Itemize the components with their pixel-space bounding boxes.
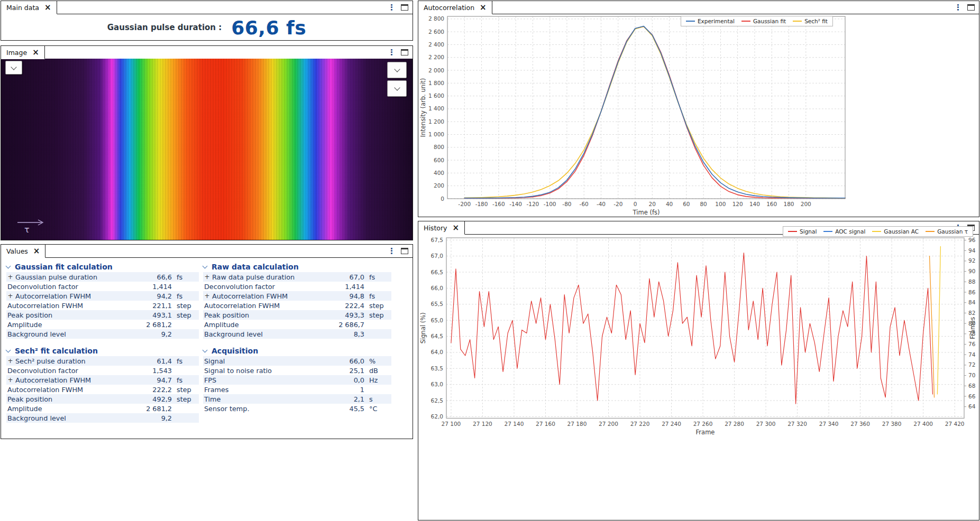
tab-values[interactable]: Values × xyxy=(1,245,45,258)
value-row: Background level9,2 xyxy=(6,329,199,339)
svg-text:70: 70 xyxy=(968,372,975,378)
dropdown-button-right-1[interactable] xyxy=(387,62,407,78)
autocorrelation-legend: ExperimentalGaussian fitSech² fit xyxy=(681,16,833,26)
history-chart[interactable]: 27 10027 12027 14027 16027 18027 20027 2… xyxy=(418,234,978,519)
window-restore-icon[interactable] xyxy=(401,248,408,254)
dropdown-button-right-2[interactable] xyxy=(387,80,407,97)
legend-item[interactable]: AOC signal xyxy=(823,228,865,235)
row-label: Peak position xyxy=(6,395,132,403)
window-restore-icon[interactable] xyxy=(967,4,975,11)
legend-label: Gaussian AC xyxy=(884,228,919,235)
expand-plus-icon[interactable]: + xyxy=(203,273,211,281)
row-label: Autocorrelation FWHM xyxy=(14,376,132,384)
legend-item[interactable]: Experimental xyxy=(686,18,735,24)
row-value: 1 xyxy=(324,386,364,394)
svg-text:120: 120 xyxy=(732,201,743,207)
row-unit: fs xyxy=(172,357,199,365)
section-header[interactable]: Raw data calculation xyxy=(203,262,391,272)
row-value: 222,2 xyxy=(132,386,172,394)
svg-text:90: 90 xyxy=(968,268,975,274)
legend-swatch xyxy=(926,231,935,232)
row-unit: fs xyxy=(364,273,391,281)
kebab-menu-icon[interactable]: ⋮ xyxy=(954,4,962,12)
window-restore-icon[interactable] xyxy=(401,49,408,55)
tab-image-label: Image xyxy=(6,49,27,57)
row-label: Autocorrelation FWHM xyxy=(14,292,132,300)
close-icon[interactable]: × xyxy=(32,49,39,57)
expand-plus-icon[interactable]: + xyxy=(6,376,14,384)
row-unit: step xyxy=(172,386,199,394)
row-label: Deconvolution factor xyxy=(6,367,132,375)
autocorrelation-chart[interactable]: -200-180-160-140-120-100-80-60-40-200204… xyxy=(418,14,978,217)
legend-item[interactable]: Gaussian AC xyxy=(872,228,919,235)
svg-text:1 600: 1 600 xyxy=(428,92,444,99)
section-header[interactable]: Gaussian fit calculation xyxy=(6,262,199,272)
row-unit: °C xyxy=(364,405,391,413)
pulse-duration-label: Gaussian pulse duration : xyxy=(107,23,222,32)
svg-text:27 160: 27 160 xyxy=(536,421,555,427)
tab-history[interactable]: History × xyxy=(418,221,465,235)
image-content: τ xyxy=(1,59,413,240)
section-header[interactable]: Acquisition xyxy=(203,346,391,356)
expand-plus-icon[interactable]: + xyxy=(6,292,14,300)
legend-item[interactable]: Gaussian τ xyxy=(926,228,968,235)
svg-text:27 300: 27 300 xyxy=(756,421,776,427)
close-icon[interactable]: × xyxy=(44,4,51,12)
values-section: Acquisition Signal66,0%Signal to noise r… xyxy=(203,346,391,413)
svg-text:2 600: 2 600 xyxy=(428,29,444,35)
kebab-menu-icon[interactable]: ⋮ xyxy=(388,247,396,255)
row-value: 94,8 xyxy=(324,292,364,300)
tau-axis-annotation: τ xyxy=(16,218,50,237)
row-label: Autocorrelation FWHM xyxy=(211,292,324,300)
value-row: Background level9,2 xyxy=(6,413,199,423)
legend-swatch xyxy=(741,21,750,22)
svg-text:65,5: 65,5 xyxy=(431,301,443,307)
value-row: Deconvolution factor1,414 xyxy=(6,282,199,291)
row-value: 1,414 xyxy=(324,283,364,291)
expand-plus-icon[interactable]: + xyxy=(6,357,14,365)
svg-text:1 800: 1 800 xyxy=(428,80,444,86)
row-label: Sensor temp. xyxy=(203,405,324,413)
legend-item[interactable]: Gaussian fit xyxy=(741,18,786,24)
svg-text:Frame: Frame xyxy=(696,429,715,436)
value-row: Autocorrelation FWHM222,2step xyxy=(6,385,199,394)
row-label: Autocorrelation FWHM xyxy=(6,386,132,394)
close-icon[interactable]: × xyxy=(480,4,487,12)
svg-text:27 260: 27 260 xyxy=(693,421,713,427)
section-header[interactable]: Sech² fit calculation xyxy=(6,346,199,356)
legend-item[interactable]: Signal xyxy=(788,228,817,235)
svg-text:96: 96 xyxy=(968,237,976,243)
svg-text:27 180: 27 180 xyxy=(567,421,587,427)
expand-plus-icon[interactable]: + xyxy=(203,292,211,300)
tab-main-data[interactable]: Main data × xyxy=(1,1,57,14)
svg-text:63,0: 63,0 xyxy=(431,381,443,387)
value-row: +Sech² pulse duration61,4fs xyxy=(6,356,199,366)
close-icon[interactable]: × xyxy=(33,247,40,255)
value-row: +Raw data pulse duration67,0fs xyxy=(203,272,391,282)
row-unit: step xyxy=(364,302,391,310)
dropdown-button-top-left[interactable] xyxy=(5,61,22,75)
close-icon[interactable]: × xyxy=(452,224,459,232)
row-unit: step xyxy=(172,311,199,319)
svg-text:80: 80 xyxy=(700,201,707,207)
panel-main-data: Main data × ⋮ Gaussian pulse duration : … xyxy=(1,1,413,41)
kebab-menu-icon[interactable]: ⋮ xyxy=(388,49,396,57)
legend-item[interactable]: Sech² fit xyxy=(793,18,828,24)
row-label: Peak position xyxy=(6,311,132,319)
expand-plus-icon[interactable]: + xyxy=(6,273,14,281)
spectrum-image[interactable] xyxy=(1,59,413,240)
tab-image[interactable]: Image × xyxy=(1,46,45,59)
kebab-menu-icon[interactable]: ⋮ xyxy=(388,4,396,12)
row-label: Frames xyxy=(203,386,324,394)
history-legend: SignalAOC signalGaussian ACGaussian τ xyxy=(783,226,973,237)
svg-text:-180: -180 xyxy=(475,201,488,207)
row-value: 221,1 xyxy=(132,302,172,310)
value-row: Time2,1s xyxy=(203,394,391,404)
tab-autocorrelation[interactable]: Autocorrelation × xyxy=(418,1,492,14)
legend-label: Gaussian τ xyxy=(937,228,968,235)
window-restore-icon[interactable] xyxy=(401,4,408,11)
svg-text:88: 88 xyxy=(968,278,975,285)
value-row: Amplitude2 686,7 xyxy=(203,320,391,329)
row-label: Amplitude xyxy=(203,321,324,329)
svg-text:94: 94 xyxy=(968,247,976,254)
